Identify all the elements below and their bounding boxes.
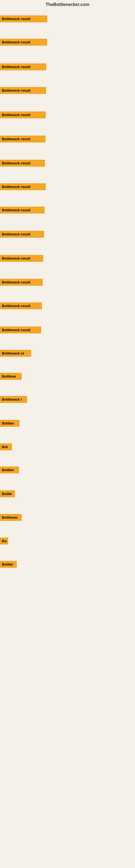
- site-title: TheBottlenecker.com: [0, 0, 135, 8]
- bottleneck-result-item[interactable]: Bottleneck result: [0, 135, 45, 143]
- bottleneck-result-item[interactable]: Bottleneck result: [0, 183, 46, 190]
- bottleneck-result-item[interactable]: Bottleneck result: [0, 39, 47, 45]
- bottleneck-result-item[interactable]: Bottle: [0, 490, 15, 497]
- bottleneck-result-item[interactable]: Bottlene: [0, 373, 21, 380]
- bottleneck-result-item[interactable]: Bottleneck result: [0, 255, 43, 262]
- bottleneck-result-item[interactable]: Bottleneck result: [0, 87, 46, 94]
- bottleneck-result-item[interactable]: Bottleneck re: [0, 350, 31, 357]
- bottleneck-result-item[interactable]: Bottleneck result: [0, 303, 42, 309]
- bottleneck-result-item[interactable]: Bottleneck result: [0, 160, 45, 166]
- bottleneck-result-item[interactable]: Bottlen: [0, 420, 19, 427]
- bottleneck-result-item[interactable]: Bottleneck result: [0, 327, 41, 333]
- bottleneck-result-item[interactable]: Bottleneck result: [0, 63, 46, 70]
- bottleneck-result-item[interactable]: Bo: [0, 538, 8, 545]
- bottleneck-result-item[interactable]: Bottleneck result: [0, 16, 47, 22]
- bottleneck-result-item[interactable]: Bottler: [0, 561, 17, 568]
- bottleneck-result-item[interactable]: Bottleneck r: [0, 396, 27, 403]
- bottleneck-result-item[interactable]: Bottleneck result: [0, 112, 46, 118]
- bottleneck-result-item[interactable]: Bottleneck result: [0, 279, 43, 286]
- bottleneck-result-item[interactable]: Bottleneck result: [0, 231, 44, 238]
- bottleneck-result-item[interactable]: Bottleneck result: [0, 207, 45, 214]
- bottleneck-result-item[interactable]: Bot: [0, 443, 12, 450]
- bottleneck-result-item[interactable]: Bottlen: [0, 467, 19, 473]
- bottleneck-result-item[interactable]: Bottlenec: [0, 514, 21, 521]
